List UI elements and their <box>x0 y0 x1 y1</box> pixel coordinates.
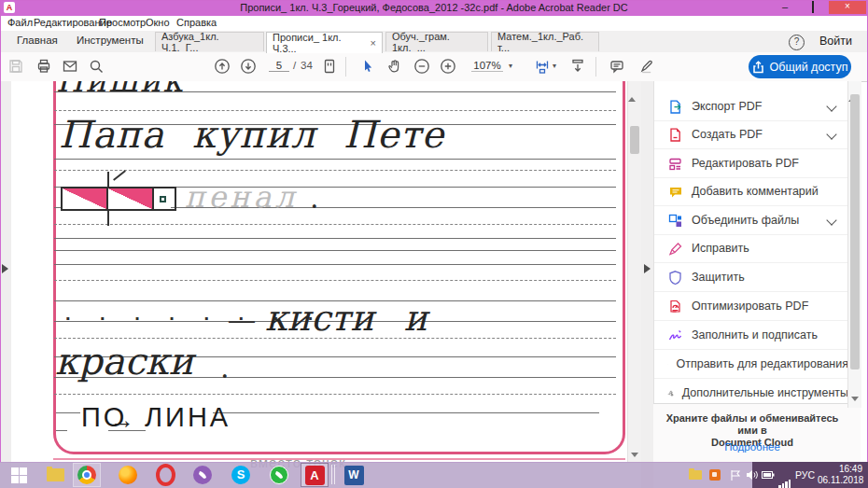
chevron-down-icon[interactable] <box>826 129 836 139</box>
menu-help[interactable]: Справка <box>176 17 217 28</box>
start-button[interactable] <box>5 463 33 487</box>
title-bar: A Прописи_ 1кл. Ч.3_Горецкий, Федосова_2… <box>0 0 868 16</box>
print-icon[interactable] <box>35 58 52 75</box>
battery-item[interactable] <box>762 462 775 488</box>
scrollbar-thumb[interactable] <box>630 126 639 154</box>
help-icon[interactable]: ? <box>789 35 805 50</box>
pdf-page[interactable]: Пишик Папа купил Пете пенал . . . . . . … <box>11 81 627 488</box>
tool-fix[interactable]: Исправить <box>654 234 848 263</box>
line3-period: . <box>220 352 230 384</box>
select-tool-icon[interactable] <box>358 58 375 75</box>
menu-window[interactable]: Окно <box>146 17 170 28</box>
page-view-icon[interactable] <box>321 58 338 75</box>
save-icon[interactable] <box>7 58 24 75</box>
tool-optimize-pdf[interactable]: Оптимизировать PDF <box>654 292 848 321</box>
zoom-caret-icon[interactable]: ▾ <box>509 62 512 70</box>
window-indicator <box>331 465 332 484</box>
hand-tool-icon[interactable] <box>386 58 403 75</box>
zoom-out-icon[interactable] <box>413 58 430 75</box>
clock[interactable]: 16:49 06.11.2018 <box>818 462 862 488</box>
tab-close-icon[interactable]: × <box>371 37 376 49</box>
handwriting-line-2: кисти и <box>265 298 427 339</box>
restore-button[interactable] <box>801 0 825 14</box>
network-item[interactable] <box>778 462 791 488</box>
page-number-field[interactable]: 5 <box>269 60 289 72</box>
traced-period: . <box>310 182 319 215</box>
firefox-button[interactable] <box>114 463 142 487</box>
tool-send-for-review[interactable]: Отправить для редактирования <box>654 350 848 379</box>
document-scrollbar[interactable] <box>627 81 642 462</box>
tray-app-item[interactable] <box>709 462 721 488</box>
language-indicator[interactable]: РУС <box>795 462 815 488</box>
highlighter-tool-icon[interactable] <box>638 58 655 75</box>
menu-bar: Файл Редактирование Просмотр Окно Справк… <box>0 16 868 31</box>
search-icon[interactable] <box>88 58 105 75</box>
share-icon <box>752 61 764 74</box>
volume-item[interactable] <box>746 462 758 488</box>
tool-combine-files[interactable]: Объединить файлы <box>654 206 848 235</box>
doc-tab-matem[interactable]: Матем._1кл._Раб. т... <box>491 32 599 51</box>
word-button[interactable]: W <box>340 463 368 487</box>
opera-icon <box>156 464 175 486</box>
tools-panel-scrollbar[interactable] <box>847 81 861 408</box>
close-button[interactable]: × <box>829 0 866 14</box>
share-button[interactable]: Общий доступ <box>749 55 851 78</box>
tools-panel: Экспорт PDF Создать PDF Редактировать PD… <box>653 81 848 408</box>
sign-in-button[interactable]: Войти <box>819 35 852 48</box>
acrobat-button-active[interactable]: A <box>301 463 329 487</box>
doc-tab-obuch[interactable]: Обуч._грам. 1кл._... <box>385 32 488 51</box>
tab-home[interactable]: Главная <box>17 35 58 46</box>
doc-tab-azbuka[interactable]: Азбука_1кл. Ч.1._Г... <box>155 32 264 51</box>
scheme-syllable-1 <box>63 188 108 209</box>
scroll-down-icon[interactable] <box>631 453 638 457</box>
chevron-down-icon[interactable] <box>826 101 836 111</box>
scroll-up-icon[interactable] <box>628 81 636 102</box>
tool-export-pdf[interactable]: Экспорт PDF <box>654 92 848 121</box>
file-explorer-button[interactable] <box>41 463 69 487</box>
rule-line <box>213 412 599 413</box>
learn-more-link[interactable]: Подробнее <box>659 441 846 453</box>
previous-page-icon[interactable] <box>214 58 231 75</box>
tool-protect[interactable]: Защитить <box>654 263 848 292</box>
chevron-down-icon[interactable] <box>826 215 836 225</box>
expand-tools-panel-icon[interactable] <box>644 264 651 273</box>
whatsapp-button[interactable] <box>265 463 293 487</box>
menu-file[interactable]: Файл <box>7 17 33 28</box>
comment-tool-icon[interactable] <box>609 58 625 75</box>
toolbar-divider <box>345 57 346 77</box>
viber-button[interactable] <box>189 463 217 487</box>
email-icon[interactable] <box>62 58 78 75</box>
scroll-down-icon[interactable] <box>851 397 859 401</box>
orange-app-icon <box>709 469 721 481</box>
minimize-button[interactable]: – <box>773 0 797 14</box>
scrolling-mode-icon[interactable] <box>569 58 586 75</box>
fit-width-icon[interactable] <box>534 58 551 75</box>
tab-tools[interactable]: Инструменты <box>77 35 144 46</box>
skype-button[interactable]: S <box>227 463 255 487</box>
tool-create-pdf[interactable]: Создать PDF <box>654 120 848 149</box>
menu-view[interactable]: Просмотр <box>99 17 146 28</box>
zoom-in-icon[interactable] <box>440 58 456 75</box>
folder-icon <box>689 470 702 480</box>
tray-folder-item[interactable] <box>689 462 702 488</box>
whatsapp-icon <box>270 466 288 484</box>
clock-time: 16:49 <box>818 464 862 475</box>
export-pdf-icon <box>667 99 683 115</box>
rule-line <box>54 224 616 225</box>
rule-line <box>54 264 616 265</box>
action-center-item[interactable] <box>730 462 741 488</box>
opera-button[interactable] <box>151 463 179 487</box>
scrollbar-thumb[interactable] <box>850 94 860 369</box>
panel-gap-strip <box>641 81 653 488</box>
chrome-button[interactable] <box>73 463 101 487</box>
expand-left-panel-icon[interactable] <box>2 264 8 273</box>
zoom-level-field[interactable]: 107% <box>471 60 503 72</box>
tool-fill-sign[interactable]: Заполнить и подписать <box>654 321 848 350</box>
fit-width-caret-icon[interactable]: ▾ <box>553 62 556 70</box>
doc-tab-propisi-active[interactable]: Прописи_ 1кл. Ч.3... × <box>266 32 383 53</box>
chrome-icon <box>77 466 96 484</box>
taskbar: S A W РУС 16:49 06.11.2018 <box>0 462 868 488</box>
tool-add-comment[interactable]: Добавить комментарий <box>654 177 848 206</box>
tool-edit-pdf[interactable]: Редактировать PDF <box>654 149 848 178</box>
next-page-icon[interactable] <box>240 58 257 75</box>
